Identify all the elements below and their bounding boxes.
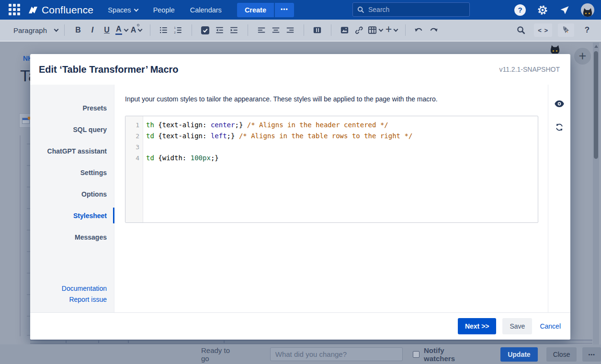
help-icon[interactable]: ? <box>514 4 526 16</box>
code-line[interactable]: td {width: 100px;} <box>146 153 538 164</box>
find-replace-button[interactable] <box>514 22 528 38</box>
editor-code[interactable]: th {text-align: center;} /* Aligns in th… <box>143 116 538 222</box>
cancel-button[interactable]: Cancel <box>540 322 561 330</box>
nav-search[interactable] <box>352 2 470 17</box>
page-layout-button[interactable] <box>310 22 325 38</box>
source-editor-icon: < > <box>538 27 548 34</box>
source-editor-button[interactable]: < > <box>534 23 552 37</box>
nav-right: ? <box>514 3 594 17</box>
line-number: 1 <box>125 120 139 131</box>
save-button[interactable]: Save <box>502 318 532 334</box>
insert-link-button[interactable] <box>352 22 366 38</box>
refresh-button[interactable] <box>552 120 567 135</box>
task-list-button[interactable] <box>198 22 213 38</box>
scrollbar-up-arrow[interactable] <box>594 45 598 48</box>
sidebar-item-presets[interactable]: Presets <box>30 97 114 119</box>
underline-button[interactable]: U <box>100 22 114 38</box>
sidebar-item-messages[interactable]: Messages <box>30 226 114 248</box>
redo-button[interactable] <box>426 22 441 38</box>
sidebar-item-chatgpt-assistant[interactable]: ChatGPT assistant <box>30 140 114 162</box>
create-more-button[interactable]: ••• <box>275 3 294 17</box>
more-formatting-dropdown[interactable]: A <box>129 22 144 38</box>
confluence-app: Confluence Spaces People Calendars Creat… <box>0 0 601 364</box>
insert-table-dropdown[interactable] <box>366 22 384 38</box>
search-input[interactable] <box>368 6 454 13</box>
dialog-footer: Next >> Save Cancel <box>30 312 570 340</box>
code-line[interactable]: td {text-align: left;} /* Aligns in the … <box>146 131 538 142</box>
table-macro-chip <box>19 113 31 128</box>
eye-icon <box>555 100 564 107</box>
align-left-button[interactable] <box>254 22 269 38</box>
chevron-down-icon <box>54 27 59 32</box>
undo-button[interactable] <box>412 22 426 38</box>
formatting-icon: A <box>131 26 136 34</box>
nav-item-calendars[interactable]: Calendars <box>190 6 222 14</box>
notifications-icon[interactable] <box>559 5 570 15</box>
sidebar-link-report-issue[interactable]: Report issue <box>30 294 107 305</box>
cat-peek-icon <box>549 45 561 54</box>
close-button[interactable]: Close <box>546 347 577 362</box>
editor-gutter: 1234 <box>125 116 143 222</box>
status-text: Ready to go <box>201 346 239 363</box>
confluence-logo[interactable]: Confluence <box>28 4 93 16</box>
sidebar-item-sql-query[interactable]: SQL query <box>30 119 114 140</box>
create-button[interactable]: Create <box>237 3 274 17</box>
stylesheet-code-editor[interactable]: 1234 th {text-align: center;} /* Aligns … <box>125 116 538 223</box>
user-avatar[interactable] <box>581 3 594 17</box>
outdent-button[interactable] <box>213 22 227 38</box>
italic-button[interactable]: I <box>85 22 100 38</box>
dialog-title: Edit ‘Table Transformer’ Macro <box>39 64 179 75</box>
insert-image-button[interactable] <box>338 22 352 38</box>
rocket-button[interactable] <box>558 23 574 37</box>
sidebar-link-documentation[interactable]: Documentation <box>30 283 107 294</box>
nav-item-people[interactable]: People <box>153 6 175 14</box>
refresh-icon <box>555 123 564 132</box>
change-comment-input[interactable] <box>270 347 403 361</box>
editor-toolbar: Paragraph B I U A A 12 <box>0 20 601 42</box>
settings-gear-icon[interactable] <box>537 4 548 16</box>
bottom-bar: Ready to go Notify watchers Update Close… <box>0 344 601 364</box>
bullet-list-button[interactable] <box>157 22 171 38</box>
text-color-icon: A <box>115 25 122 35</box>
align-right-button[interactable] <box>283 22 297 38</box>
chevron-down-icon <box>134 7 138 11</box>
scrollbar-thumb[interactable] <box>594 51 598 159</box>
brand-name: Confluence <box>42 4 93 16</box>
dialog-body: PresetsSQL queryChatGPT assistantSetting… <box>30 85 570 312</box>
app-switcher-icon[interactable] <box>9 4 21 16</box>
preview-eye-button[interactable] <box>552 96 567 111</box>
next-button[interactable]: Next >> <box>458 318 497 334</box>
svg-text:2: 2 <box>174 31 176 34</box>
toolbar-divider <box>64 24 65 36</box>
editor-help-button[interactable]: ? <box>580 22 594 38</box>
bottom-more-button[interactable]: ••• <box>582 347 601 362</box>
page-scrollbar[interactable] <box>593 43 599 344</box>
bold-button[interactable]: B <box>71 22 85 38</box>
insert-more-dropdown[interactable]: + <box>384 22 399 38</box>
update-button[interactable]: Update <box>500 347 537 362</box>
indent-button[interactable] <box>227 22 241 38</box>
macro-edit-dialog: Edit ‘Table Transformer’ Macro v11.2.1-S… <box>30 54 570 340</box>
sidebar-item-stylesheet[interactable]: Stylesheet <box>30 205 114 226</box>
plus-icon: + <box>386 23 392 36</box>
numbered-list-button[interactable]: 12 <box>171 22 185 38</box>
sidebar-items: PresetsSQL queryChatGPT assistantSetting… <box>30 97 114 248</box>
text-color-dropdown[interactable]: A <box>114 22 129 38</box>
chevron-down-icon <box>394 27 398 32</box>
nav-item-spaces[interactable]: Spaces <box>108 6 137 14</box>
line-number: 4 <box>125 153 139 164</box>
dialog-right-rail <box>548 85 570 312</box>
nav-menu: Spaces People Calendars <box>108 6 222 14</box>
code-line[interactable] <box>146 142 538 153</box>
code-line[interactable]: th {text-align: center;} /* Aligns in th… <box>146 120 538 131</box>
chevron-down-icon <box>378 27 383 32</box>
sidebar-item-settings[interactable]: Settings <box>30 162 114 183</box>
notify-watchers-checkbox[interactable] <box>413 351 420 358</box>
toolbar-divider <box>331 24 331 36</box>
inline-comment-plus-button[interactable]: + <box>574 48 591 65</box>
sidebar-item-options[interactable]: Options <box>30 183 114 205</box>
toolbar-divider <box>150 24 150 36</box>
search-icon <box>357 6 364 13</box>
align-center-button[interactable] <box>269 22 283 38</box>
text-style-dropdown[interactable]: Paragraph <box>13 26 58 34</box>
